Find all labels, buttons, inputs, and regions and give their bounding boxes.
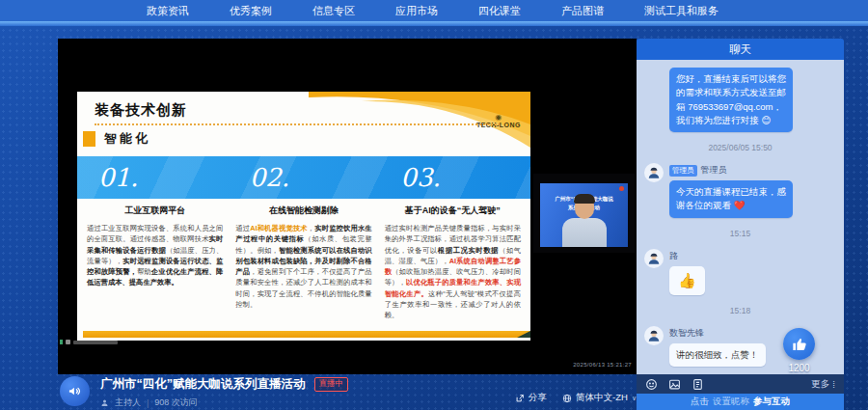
person-icon xyxy=(647,166,661,179)
chat-name-row: 数智先锋 xyxy=(669,327,766,340)
person-icon xyxy=(647,329,661,342)
chat-message: 您好，直播结束后可以将您的需求和联系方式发送至邮箱 769533697@qq.c… xyxy=(669,68,793,132)
stream-actions: 分享 简体中文-ZH ∨ xyxy=(515,392,637,404)
speaker-body xyxy=(562,218,607,247)
chat-message: 路 👍 xyxy=(669,249,705,296)
annotation-dot xyxy=(60,340,63,344)
chat-panel: 聊天 您好，直播结束后可以将您的需求和联系方式发送至邮箱 769533697@q… xyxy=(637,39,844,410)
chat-bubble: 今天的直播课程已结束，感谢各位的观看 ❤️ xyxy=(669,180,793,218)
slide-column-heading: 工业互联网平台 xyxy=(87,205,223,217)
notes-icon[interactable] xyxy=(692,378,704,391)
tech-long-logo: TECH-LONG xyxy=(476,113,521,128)
slide-column: 工业互联网平台 通过工业互联网实现设备、系统和人员之间的全面互联。通过传感器、物… xyxy=(87,205,223,321)
like-button[interactable] xyxy=(783,328,815,360)
chat-bubble: 👍 xyxy=(669,266,705,296)
globe-icon xyxy=(562,394,572,403)
share-button[interactable]: 分享 xyxy=(515,392,547,404)
chat-name-row: 路 xyxy=(669,250,705,262)
stream-avatar[interactable] xyxy=(60,376,90,406)
more-button[interactable]: 更多 ⁞ xyxy=(811,378,835,391)
chat-row: 您好，直播结束后可以将您的需求和联系方式发送至邮箱 769533697@qq.c… xyxy=(644,68,836,132)
chat-timestamp: 15:18 xyxy=(730,306,750,315)
backdrop-logo-dot xyxy=(619,186,624,191)
chat-username: 管理员 xyxy=(701,164,727,177)
vertical-dots-icon: ⁞ xyxy=(832,379,835,390)
nav-item[interactable]: 政策资讯 xyxy=(147,4,189,18)
slide-number-banner: 01. 02. 03. xyxy=(77,156,530,199)
slide-column-body: 通过工业互联网实现设备、系统和人员之间的全面互联。通过传感器、物联网技术实时采集… xyxy=(87,223,223,288)
host-person-icon xyxy=(100,398,109,407)
share-icon xyxy=(515,394,525,403)
nav-item[interactable]: 产品图谱 xyxy=(561,4,604,18)
admin-badge: 管理员 xyxy=(669,165,697,177)
stream-title: 广州市“四化”赋能大咖说系列直播活动 xyxy=(100,376,306,393)
image-icon[interactable] xyxy=(668,378,681,391)
slide-annotation-marks xyxy=(60,340,118,344)
nav-items: 政策资讯 优秀案例 信息专区 应用市场 四化课堂 产品图谱 测试工具和服务 xyxy=(147,0,719,21)
slide-column-heading: 在线智能检测剔除 xyxy=(235,205,371,217)
slide-footer-bar xyxy=(83,331,530,338)
nav-item[interactable]: 信息专区 xyxy=(312,4,355,18)
slide-column-heading: 基于AI的设备“无人驾驶” xyxy=(385,205,521,217)
slide-column: 在线智能检测剔除 通过AI和机器视觉技术，实时监控饮用水生产过程中的关键指标（如… xyxy=(235,205,371,321)
chat-row: 管理员 管理员 今天的直播课程已结束，感谢各位的观看 ❤️ xyxy=(644,163,836,218)
slide-column: 基于AI的设备“无人驾驶” 通过实时检测产品关键质量指标，与实时采集的外界工况指… xyxy=(385,205,521,321)
live-badge: 直播中 xyxy=(314,377,349,392)
set-nickname-link[interactable]: 设置昵称 xyxy=(713,396,749,408)
nav-item[interactable]: 应用市场 xyxy=(395,4,438,18)
slide-title: 装备技术创新 xyxy=(95,101,187,120)
nav-item[interactable]: 优秀案例 xyxy=(230,4,272,18)
slide-column-body: 通过AI和机器视觉技术，实时监控饮用水生产过程中的关键指标（如水质、包装完整性）… xyxy=(235,223,371,310)
annotation-dot xyxy=(66,340,70,344)
speaker-head xyxy=(575,197,594,219)
slide-subtitle-text: 智能化 xyxy=(104,130,150,148)
chat-action-bar[interactable]: 点击 设置昵称 参与互动 xyxy=(637,394,844,410)
host-label: 主持人 xyxy=(115,396,141,409)
chat-row: 路 👍 xyxy=(644,249,836,296)
chat-bubble: 讲的很细致，点赞！ xyxy=(669,343,766,367)
person-icon xyxy=(647,252,661,265)
slide-columns: 工业互联网平台 通过工业互联网实现设备、系统和人员之间的全面互联。通过传感器、物… xyxy=(87,205,521,321)
video-timestamp: 2025/06/13 15:21:27 xyxy=(573,362,632,368)
slide-divider xyxy=(95,123,500,125)
chat-timestamp: 2025/06/05 15:50 xyxy=(708,143,772,152)
speaker-thumbnail[interactable]: 广州市“四化”赋能大咖说 系列直播活动 xyxy=(533,174,635,253)
slide-number: 01. xyxy=(77,156,229,199)
video-player[interactable]: TECH-LONG 装备技术创新 智能化 01. 02. 03. xyxy=(58,39,637,374)
nav-highlight-strip xyxy=(0,21,868,26)
chat-row: 15:18 xyxy=(644,303,836,318)
presentation-slide: TECH-LONG 装备技术创新 智能化 01. 02. 03. xyxy=(77,92,530,341)
nav-item[interactable]: 测试工具和服务 xyxy=(644,4,719,18)
chat-row: 2025/06/05 15:50 xyxy=(644,140,836,155)
language-selector[interactable]: 简体中文-ZH ∨ xyxy=(562,392,637,404)
megaphone-icon xyxy=(68,384,82,398)
chat-username: 路 xyxy=(669,250,678,262)
participate-label[interactable]: 参与互动 xyxy=(753,396,790,408)
chat-bubble: 您好，直播结束后可以将您的需求和联系方式发送至邮箱 769533697@qq.c… xyxy=(669,68,793,132)
tab-chat[interactable]: 聊天 xyxy=(637,39,844,60)
chat-row: 15:15 xyxy=(644,226,836,241)
chat-username: 数智先锋 xyxy=(669,327,704,340)
slide-number: 03. xyxy=(379,156,530,199)
top-nav: 政策资讯 优秀案例 信息专区 应用市场 四化课堂 产品图谱 测试工具和服务 xyxy=(0,0,868,21)
emoji-icon[interactable] xyxy=(645,378,658,391)
action-prefix: 点击 xyxy=(691,396,709,408)
chat-avatar xyxy=(644,326,664,345)
chat-avatar xyxy=(644,249,664,268)
stream-meta: 广州市“四化”赋能大咖说系列直播活动 直播中 主持人 | 908 次访问 xyxy=(100,376,348,409)
chat-toolbar: 更多 ⁞ xyxy=(637,374,844,394)
chat-message: 数智先锋 讲的很细致，点赞！ xyxy=(669,326,766,367)
nav-item[interactable]: 四化课堂 xyxy=(478,4,521,18)
chat-message: 管理员 管理员 今天的直播课程已结束，感谢各位的观看 ❤️ xyxy=(669,163,793,218)
page: 政策资讯 优秀案例 信息专区 应用市场 四化课堂 产品图谱 测试工具和服务 TE… xyxy=(0,0,868,410)
annotation-text-blur xyxy=(73,341,118,344)
thumbs-up-icon xyxy=(792,337,807,352)
stream-info-bar: 广州市“四化”赋能大咖说系列直播活动 直播中 主持人 | 908 次访问 分享 xyxy=(58,374,637,410)
like-count: 1200 xyxy=(783,363,815,373)
orange-square-bullet xyxy=(83,131,95,147)
meta-divider: | xyxy=(147,398,149,408)
slide-column-body: 通过实时检测产品关键质量指标，与实时采集的外界工况指标，通过机器学习算法匹配优化… xyxy=(385,223,521,321)
like-widget: 1200 xyxy=(783,328,815,373)
chat-timestamp: 15:15 xyxy=(730,229,750,238)
chat-name-row: 管理员 管理员 xyxy=(669,164,793,177)
